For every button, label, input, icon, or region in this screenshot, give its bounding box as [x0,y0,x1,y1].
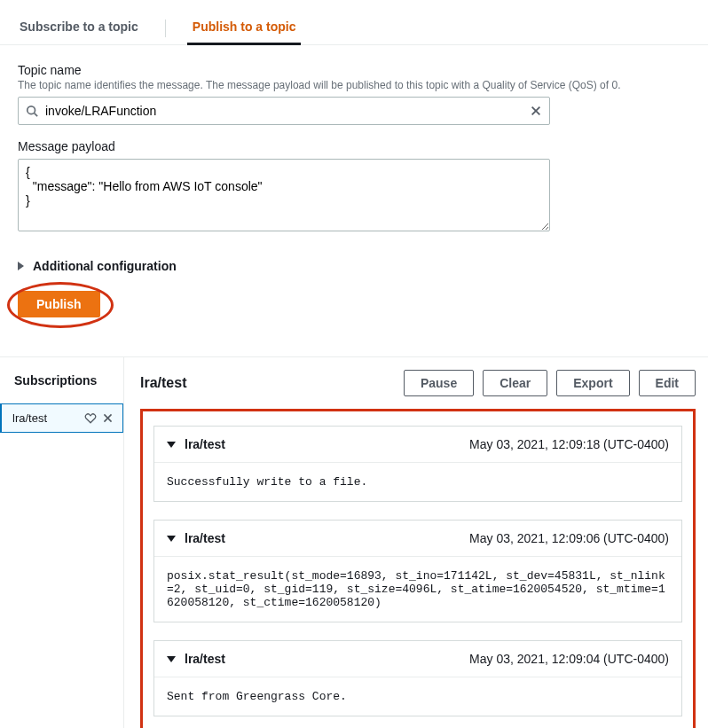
payload-field: Message payload [18,139,690,234]
results-header: lra/test Pause Clear Export Edit [140,370,696,396]
results-actions: Pause Clear Export Edit [404,370,696,396]
subscription-item[interactable]: lra/test [0,403,123,433]
pause-button[interactable]: Pause [404,370,474,396]
message-timestamp: May 03, 2021, 12:09:18 (UTC-0400) [469,437,669,451]
clear-input-icon[interactable] [523,105,549,117]
subscriptions-heading: Subscriptions [0,357,123,403]
subscription-item-label: lra/test [12,411,84,425]
message-body: Sent from Greengrass Core. [154,677,681,716]
message-body: Successfully write to a file. [154,463,681,501]
payload-label: Message payload [18,139,690,153]
additional-configuration-expander[interactable]: Additional configuration [18,259,690,273]
search-icon [19,105,45,117]
results-panel: lra/test Pause Clear Export Edit lra/tes… [124,357,708,728]
subscriptions-layout: Subscriptions lra/test lra/test [0,357,708,728]
results-topic-heading: lra/test [140,375,186,391]
caret-down-icon [167,442,176,448]
tab-publish[interactable]: Publish to a topic [191,11,298,44]
topic-name-description: The topic name identifies the message. T… [18,79,690,91]
close-icon[interactable] [102,412,114,424]
topic-name-input-wrap [18,97,550,125]
message-topic: lra/test [185,652,225,666]
message-header[interactable]: lra/test May 03, 2021, 12:09:04 (UTC-040… [154,641,681,677]
additional-configuration-label: Additional configuration [33,259,177,273]
publish-button[interactable]: Publish [18,291,100,317]
publish-form: Topic name The topic name identifies the… [0,45,708,335]
message-timestamp: May 03, 2021, 12:09:06 (UTC-0400) [469,531,669,545]
svg-line-1 [35,114,38,117]
message-topic: lra/test [185,437,225,451]
message-card: lra/test May 03, 2021, 12:09:06 (UTC-040… [153,520,682,622]
export-button[interactable]: Export [556,370,629,396]
caret-down-icon [167,656,176,662]
favorite-icon[interactable] [84,412,97,425]
tabs: Subscribe to a topic Publish to a topic [0,0,708,45]
message-header[interactable]: lra/test May 03, 2021, 12:09:06 (UTC-040… [154,521,681,557]
messages-container: lra/test May 03, 2021, 12:09:18 (UTC-040… [140,409,696,728]
message-card: lra/test May 03, 2021, 12:09:18 (UTC-040… [153,426,682,502]
clear-button[interactable]: Clear [483,370,547,396]
message-topic: lra/test [185,531,225,545]
subscriptions-sidebar: Subscriptions lra/test [0,357,124,728]
tab-subscribe[interactable]: Subscribe to a topic [18,11,140,44]
caret-right-icon [18,262,24,270]
message-header[interactable]: lra/test May 03, 2021, 12:09:18 (UTC-040… [154,427,681,463]
payload-textarea[interactable] [18,159,550,231]
caret-down-icon [167,536,176,542]
topic-name-label: Topic name [18,63,690,77]
svg-point-0 [28,106,35,114]
edit-button[interactable]: Edit [639,370,696,396]
message-body: posix.stat_result(st_mode=16893, st_ino=… [154,557,681,622]
tab-divider [165,20,166,37]
message-card: lra/test May 03, 2021, 12:09:04 (UTC-040… [153,640,682,716]
topic-name-input[interactable] [45,98,523,124]
message-timestamp: May 03, 2021, 12:09:04 (UTC-0400) [469,652,669,666]
